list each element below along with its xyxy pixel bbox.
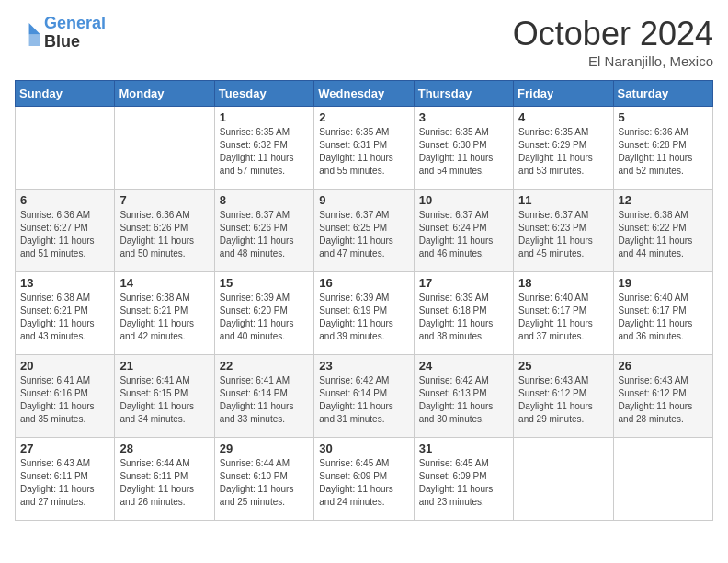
day-info: Sunrise: 6:35 AMSunset: 6:31 PMDaylight:… bbox=[319, 126, 408, 178]
day-number: 17 bbox=[419, 276, 508, 290]
day-cell: 21Sunrise: 6:41 AMSunset: 6:15 PMDayligh… bbox=[115, 355, 214, 438]
header-day-wednesday: Wednesday bbox=[314, 81, 414, 107]
logo-text: General Blue bbox=[44, 15, 106, 52]
day-number: 14 bbox=[119, 276, 209, 290]
header-row: SundayMondayTuesdayWednesdayThursdayFrid… bbox=[16, 81, 713, 107]
day-number: 16 bbox=[319, 276, 408, 290]
day-cell: 24Sunrise: 6:42 AMSunset: 6:13 PMDayligh… bbox=[414, 355, 513, 438]
day-cell: 10Sunrise: 6:37 AMSunset: 6:24 PMDayligh… bbox=[414, 190, 513, 272]
day-info: Sunrise: 6:36 AMSunset: 6:27 PMDaylight:… bbox=[20, 209, 109, 260]
day-number: 3 bbox=[419, 110, 508, 124]
day-number: 31 bbox=[419, 442, 508, 455]
day-cell: 4Sunrise: 6:35 AMSunset: 6:29 PMDaylight… bbox=[514, 107, 613, 190]
day-info: Sunrise: 6:39 AMSunset: 6:19 PMDaylight:… bbox=[319, 292, 408, 343]
day-cell: 18Sunrise: 6:40 AMSunset: 6:17 PMDayligh… bbox=[514, 272, 613, 355]
day-info: Sunrise: 6:38 AMSunset: 6:21 PMDaylight:… bbox=[20, 292, 109, 343]
day-number: 15 bbox=[220, 276, 309, 290]
logo-icon bbox=[15, 20, 40, 46]
day-info: Sunrise: 6:35 AMSunset: 6:32 PMDaylight:… bbox=[220, 126, 309, 178]
header-day-friday: Friday bbox=[514, 81, 613, 107]
day-cell: 31Sunrise: 6:45 AMSunset: 6:09 PMDayligh… bbox=[414, 438, 513, 521]
calendar-body: 1Sunrise: 6:35 AMSunset: 6:32 PMDaylight… bbox=[16, 107, 713, 521]
day-cell bbox=[613, 438, 712, 521]
day-cell: 28Sunrise: 6:44 AMSunset: 6:11 PMDayligh… bbox=[115, 438, 214, 521]
day-number: 1 bbox=[220, 110, 309, 124]
calendar-table: SundayMondayTuesdayWednesdayThursdayFrid… bbox=[15, 80, 713, 521]
day-info: Sunrise: 6:37 AMSunset: 6:25 PMDaylight:… bbox=[319, 209, 408, 260]
day-cell: 12Sunrise: 6:38 AMSunset: 6:22 PMDayligh… bbox=[613, 190, 712, 272]
week-row-3: 13Sunrise: 6:38 AMSunset: 6:21 PMDayligh… bbox=[16, 272, 713, 355]
day-info: Sunrise: 6:38 AMSunset: 6:22 PMDaylight:… bbox=[619, 209, 708, 260]
day-number: 18 bbox=[518, 276, 608, 290]
header-day-sunday: Sunday bbox=[16, 81, 115, 107]
day-info: Sunrise: 6:40 AMSunset: 6:17 PMDaylight:… bbox=[518, 292, 608, 343]
header-day-monday: Monday bbox=[115, 81, 214, 107]
day-info: Sunrise: 6:44 AMSunset: 6:11 PMDaylight:… bbox=[119, 457, 209, 509]
day-cell bbox=[514, 438, 613, 521]
header-day-tuesday: Tuesday bbox=[214, 81, 313, 107]
day-cell: 16Sunrise: 6:39 AMSunset: 6:19 PMDayligh… bbox=[314, 272, 414, 355]
month-title: October 2024 bbox=[513, 15, 713, 53]
day-cell: 15Sunrise: 6:39 AMSunset: 6:20 PMDayligh… bbox=[214, 272, 313, 355]
week-row-2: 6Sunrise: 6:36 AMSunset: 6:27 PMDaylight… bbox=[16, 190, 713, 272]
calendar-header: SundayMondayTuesdayWednesdayThursdayFrid… bbox=[16, 81, 713, 107]
day-number: 29 bbox=[220, 442, 309, 455]
location: El Naranjillo, Mexico bbox=[513, 53, 713, 69]
day-number: 4 bbox=[518, 110, 608, 124]
day-cell: 3Sunrise: 6:35 AMSunset: 6:30 PMDaylight… bbox=[414, 107, 513, 190]
title-block: October 2024 El Naranjillo, Mexico bbox=[513, 15, 713, 69]
day-info: Sunrise: 6:40 AMSunset: 6:17 PMDaylight:… bbox=[619, 292, 708, 343]
day-number: 26 bbox=[619, 359, 708, 373]
header-day-saturday: Saturday bbox=[613, 81, 712, 107]
day-cell: 17Sunrise: 6:39 AMSunset: 6:18 PMDayligh… bbox=[414, 272, 513, 355]
day-cell: 1Sunrise: 6:35 AMSunset: 6:32 PMDaylight… bbox=[214, 107, 313, 190]
day-cell: 19Sunrise: 6:40 AMSunset: 6:17 PMDayligh… bbox=[613, 272, 712, 355]
day-cell: 25Sunrise: 6:43 AMSunset: 6:12 PMDayligh… bbox=[514, 355, 613, 438]
day-cell: 26Sunrise: 6:43 AMSunset: 6:12 PMDayligh… bbox=[613, 355, 712, 438]
day-number: 2 bbox=[319, 110, 408, 124]
day-cell: 6Sunrise: 6:36 AMSunset: 6:27 PMDaylight… bbox=[16, 190, 115, 272]
day-info: Sunrise: 6:42 AMSunset: 6:13 PMDaylight:… bbox=[419, 374, 508, 426]
day-info: Sunrise: 6:39 AMSunset: 6:18 PMDaylight:… bbox=[419, 292, 508, 343]
day-cell: 14Sunrise: 6:38 AMSunset: 6:21 PMDayligh… bbox=[115, 272, 214, 355]
week-row-1: 1Sunrise: 6:35 AMSunset: 6:32 PMDaylight… bbox=[16, 107, 713, 190]
day-number: 7 bbox=[119, 193, 209, 207]
day-cell: 8Sunrise: 6:37 AMSunset: 6:26 PMDaylight… bbox=[214, 190, 313, 272]
day-info: Sunrise: 6:43 AMSunset: 6:12 PMDaylight:… bbox=[619, 374, 708, 426]
day-info: Sunrise: 6:39 AMSunset: 6:20 PMDaylight:… bbox=[220, 292, 309, 343]
day-info: Sunrise: 6:42 AMSunset: 6:14 PMDaylight:… bbox=[319, 374, 408, 426]
day-cell bbox=[16, 107, 115, 190]
day-info: Sunrise: 6:41 AMSunset: 6:16 PMDaylight:… bbox=[20, 374, 109, 426]
day-number: 24 bbox=[419, 359, 508, 373]
day-info: Sunrise: 6:43 AMSunset: 6:12 PMDaylight:… bbox=[518, 374, 608, 426]
day-number: 12 bbox=[619, 193, 708, 207]
day-number: 8 bbox=[220, 193, 309, 207]
day-cell: 22Sunrise: 6:41 AMSunset: 6:14 PMDayligh… bbox=[214, 355, 313, 438]
day-number: 9 bbox=[319, 193, 408, 207]
day-cell: 9Sunrise: 6:37 AMSunset: 6:25 PMDaylight… bbox=[314, 190, 414, 272]
day-number: 5 bbox=[619, 110, 708, 124]
header-day-thursday: Thursday bbox=[414, 81, 513, 107]
day-cell: 27Sunrise: 6:43 AMSunset: 6:11 PMDayligh… bbox=[16, 438, 115, 521]
logo: General Blue bbox=[15, 15, 106, 52]
day-info: Sunrise: 6:44 AMSunset: 6:10 PMDaylight:… bbox=[220, 457, 309, 509]
day-info: Sunrise: 6:35 AMSunset: 6:29 PMDaylight:… bbox=[518, 126, 608, 178]
day-number: 11 bbox=[518, 193, 608, 207]
svg-marker-1 bbox=[29, 34, 40, 45]
day-number: 25 bbox=[518, 359, 608, 373]
day-cell: 2Sunrise: 6:35 AMSunset: 6:31 PMDaylight… bbox=[314, 107, 414, 190]
day-info: Sunrise: 6:37 AMSunset: 6:24 PMDaylight:… bbox=[419, 209, 508, 260]
day-info: Sunrise: 6:36 AMSunset: 6:28 PMDaylight:… bbox=[619, 126, 708, 178]
day-cell: 13Sunrise: 6:38 AMSunset: 6:21 PMDayligh… bbox=[16, 272, 115, 355]
day-number: 21 bbox=[119, 359, 209, 373]
day-cell: 30Sunrise: 6:45 AMSunset: 6:09 PMDayligh… bbox=[314, 438, 414, 521]
week-row-4: 20Sunrise: 6:41 AMSunset: 6:16 PMDayligh… bbox=[16, 355, 713, 438]
day-number: 20 bbox=[20, 359, 109, 373]
day-info: Sunrise: 6:43 AMSunset: 6:11 PMDaylight:… bbox=[20, 457, 109, 509]
day-info: Sunrise: 6:37 AMSunset: 6:26 PMDaylight:… bbox=[220, 209, 309, 260]
day-cell: 23Sunrise: 6:42 AMSunset: 6:14 PMDayligh… bbox=[314, 355, 414, 438]
day-number: 30 bbox=[319, 442, 408, 455]
day-cell: 20Sunrise: 6:41 AMSunset: 6:16 PMDayligh… bbox=[16, 355, 115, 438]
day-info: Sunrise: 6:35 AMSunset: 6:30 PMDaylight:… bbox=[419, 126, 508, 178]
day-number: 23 bbox=[319, 359, 408, 373]
